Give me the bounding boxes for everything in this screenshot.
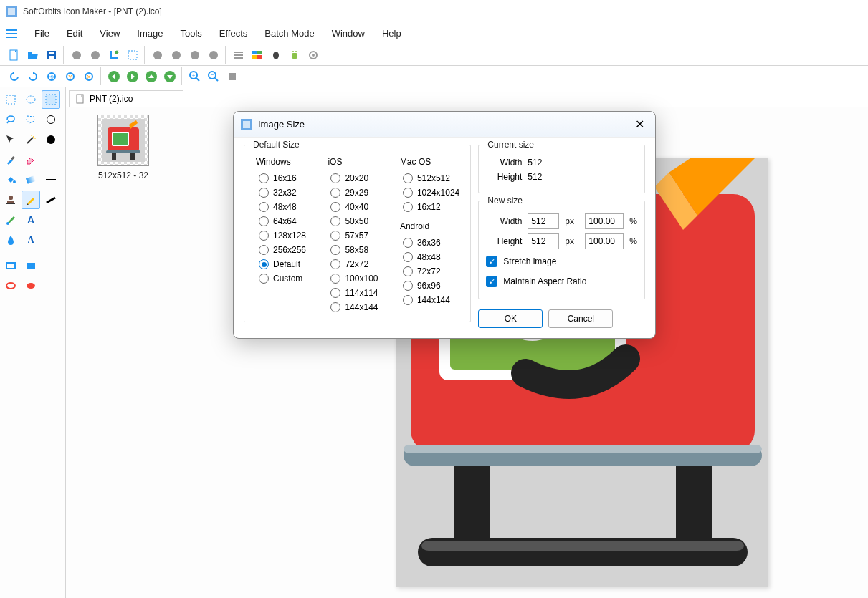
radio-1024x1024[interactable]: 1024x1024 (396, 185, 463, 200)
select-rect-tool[interactable] (1, 90, 20, 109)
radio-dot[interactable] (330, 231, 340, 241)
line-thin[interactable] (42, 160, 60, 160)
radio-40x40[interactable]: 40x40 (323, 200, 391, 214)
radio-48x48[interactable]: 48x48 (396, 250, 463, 264)
radio-dot[interactable] (259, 216, 269, 226)
radio-128x128[interactable]: 128x128 (252, 228, 319, 243)
radio-144x144[interactable]: 144x144 (396, 293, 463, 307)
prev-button[interactable] (105, 68, 123, 85)
flip-v-button[interactable]: Y (62, 68, 79, 85)
circle6-button[interactable] (205, 47, 222, 64)
radio-dot[interactable] (259, 188, 269, 198)
cancel-button[interactable]: Cancel (548, 309, 613, 328)
radio-72x72[interactable]: 72x72 (323, 257, 391, 271)
menu-hamburger-icon[interactable] (6, 28, 17, 39)
circle2-button[interactable] (87, 47, 104, 64)
menu-image[interactable]: Image (128, 25, 171, 42)
radio-16x12[interactable]: 16x12 (396, 200, 463, 214)
resize-button[interactable] (124, 47, 141, 64)
open-file-button[interactable] (24, 47, 42, 64)
swatch-black[interactable] (42, 135, 60, 144)
circle1-button[interactable] (68, 47, 85, 64)
dialog-close-button[interactable]: ✕ (631, 116, 648, 133)
windows-button[interactable] (249, 47, 266, 64)
circle5-button[interactable] (186, 47, 204, 64)
eyedropper-tool[interactable] (1, 150, 20, 169)
radio-dot[interactable] (259, 274, 269, 284)
list-button[interactable] (230, 47, 247, 64)
crop-button[interactable] (105, 47, 123, 64)
move-tool[interactable] (1, 130, 20, 149)
radio-100x100[interactable]: 100x100 (323, 271, 391, 286)
radio-custom[interactable]: Custom (252, 271, 319, 286)
eraser-tool[interactable] (22, 150, 40, 169)
ok-button[interactable]: OK (478, 309, 543, 328)
radio-64x64[interactable]: 64x64 (252, 214, 319, 228)
radio-dot[interactable] (403, 173, 413, 183)
radio-dot[interactable] (403, 295, 413, 305)
radio-dot[interactable] (330, 274, 340, 284)
brush-tool[interactable] (1, 211, 20, 229)
apple-button[interactable] (267, 47, 285, 64)
menu-help[interactable]: Help (373, 25, 410, 42)
menu-tools[interactable]: Tools (171, 25, 210, 42)
menu-file[interactable]: File (26, 25, 58, 42)
radio-dot[interactable] (403, 266, 413, 276)
text2-tool[interactable]: A (22, 231, 40, 249)
stamp-tool[interactable] (1, 191, 20, 209)
menu-window[interactable]: Window (323, 25, 373, 42)
rotate-right-button[interactable] (24, 68, 42, 85)
next-button[interactable] (124, 68, 141, 85)
ellipse-fill-tool[interactable] (22, 276, 40, 295)
radio-dot[interactable] (330, 302, 340, 312)
text-tool[interactable]: A (22, 211, 40, 229)
radio-57x57[interactable]: 57x57 (323, 228, 391, 243)
radio-dot[interactable] (330, 173, 340, 183)
radio-48x48[interactable]: 48x48 (252, 200, 319, 214)
radio-dot[interactable] (259, 259, 269, 269)
radio-114x114[interactable]: 114x114 (323, 286, 391, 300)
ellipse-shape-tool[interactable] (1, 276, 20, 295)
menu-view[interactable]: View (91, 25, 128, 42)
swatch-white[interactable] (42, 115, 60, 124)
new-file-button[interactable] (6, 47, 23, 64)
radio-72x72[interactable]: 72x72 (396, 264, 463, 279)
radio-dot[interactable] (403, 202, 413, 212)
radio-58x58[interactable]: 58x58 (323, 243, 391, 257)
radio-dot[interactable] (403, 188, 413, 198)
radio-dot[interactable] (330, 245, 340, 255)
radio-dot[interactable] (259, 202, 269, 212)
radio-dot[interactable] (330, 259, 340, 269)
rect-fill-tool[interactable] (22, 256, 40, 275)
stop-button[interactable] (224, 68, 241, 85)
radio-20x20[interactable]: 20x20 (323, 171, 391, 185)
polygon-lasso-tool[interactable] (22, 110, 40, 129)
menu-batch-mode[interactable]: Batch Mode (256, 25, 323, 42)
pencil-tool[interactable] (22, 191, 40, 209)
thumbnail[interactable] (97, 115, 149, 166)
blur-tool[interactable] (1, 231, 20, 249)
menu-edit[interactable]: Edit (58, 25, 91, 42)
gradient-tool[interactable] (22, 170, 40, 189)
circle3-button[interactable] (149, 47, 166, 64)
select-ellipse-tool[interactable] (22, 90, 40, 109)
zoom-in-button[interactable]: + (186, 68, 204, 85)
flip-h-button[interactable]: ⟲ (43, 68, 60, 85)
radio-dot[interactable] (330, 188, 340, 198)
zoom-out-button[interactable]: − (205, 68, 222, 85)
menu-effects[interactable]: Effects (211, 25, 257, 42)
rotate-left-button[interactable] (6, 68, 23, 85)
radio-dot[interactable] (403, 252, 413, 262)
settings-button[interactable] (305, 47, 322, 64)
radio-256x256[interactable]: 256x256 (252, 243, 319, 257)
rect-shape-tool[interactable] (1, 256, 20, 275)
radio-dot[interactable] (330, 216, 340, 226)
fill-tool[interactable] (1, 170, 20, 189)
new-height-px-input[interactable] (528, 233, 559, 249)
radio-144x144[interactable]: 144x144 (323, 300, 391, 314)
radio-512x512[interactable]: 512x512 (396, 171, 463, 185)
flip-x-button[interactable]: X (80, 68, 97, 85)
radio-dot[interactable] (259, 231, 269, 241)
line-med[interactable] (42, 179, 60, 180)
new-height-pct-input[interactable] (585, 233, 624, 249)
